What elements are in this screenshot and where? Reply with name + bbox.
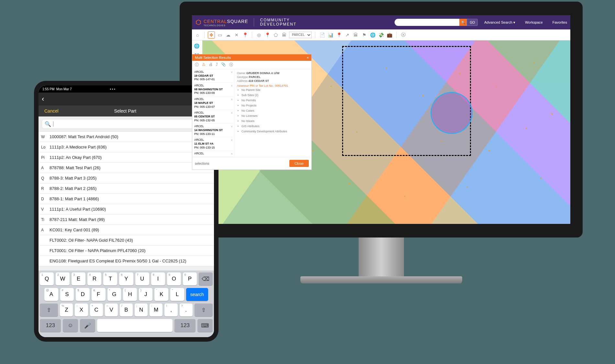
- flag-icon[interactable]: ⚑: [361, 31, 368, 39]
- gis-attributes[interactable]: GIS Attributes: [237, 124, 309, 129]
- send-icon[interactable]: ↗: [344, 31, 351, 39]
- export-icon[interactable]: ⤴: [216, 62, 218, 68]
- advanced-search-link[interactable]: Advanced Search ▾: [484, 20, 515, 25]
- case-icon[interactable]: 💼: [386, 31, 393, 39]
- parcel-item[interactable]: ARCEL×: [192, 151, 234, 157]
- detail-tree-item[interactable]: No Cases: [237, 108, 309, 113]
- key-w[interactable]: W: [56, 272, 70, 285]
- poly-icon[interactable]: ⬠: [272, 31, 279, 39]
- marker-icon[interactable]: 📍: [264, 31, 271, 39]
- cd-attributes[interactable]: Community Development Attributes: [237, 129, 309, 134]
- globe-icon[interactable]: 🌐: [369, 31, 376, 39]
- key-period[interactable]: .: [180, 303, 193, 316]
- key-d[interactable]: D: [76, 288, 90, 301]
- remove-parcel-icon[interactable]: ×: [231, 97, 233, 102]
- part-row[interactable]: Lo1111p3: A Mediocre Part (836): [39, 142, 214, 152]
- key-j[interactable]: J: [139, 288, 153, 301]
- parcel-item[interactable]: ARCEL08 WASHINGTON STPN: 005-133-09×: [192, 83, 234, 96]
- back-icon[interactable]: ‹: [42, 95, 44, 103]
- key-n[interactable]: N: [135, 303, 148, 316]
- building-icon[interactable]: 🏛: [281, 31, 288, 39]
- key-y[interactable]: Y: [119, 272, 133, 285]
- part-row[interactable]: R8788-2: Matt Part 2 (265): [39, 183, 214, 194]
- key-shift-r[interactable]: ⇧: [195, 303, 213, 316]
- key-z[interactable]: Z: [60, 303, 73, 316]
- key-backspace[interactable]: ⌫: [199, 272, 213, 285]
- key-r[interactable]: R: [87, 272, 101, 285]
- parcel-item[interactable]: ARCEL14 WASHINGTON STPN: 005-133-11×: [192, 124, 234, 137]
- key-v[interactable]: V: [105, 303, 118, 316]
- key-f[interactable]: F: [92, 288, 106, 301]
- chart-icon[interactable]: 📊: [327, 31, 334, 39]
- cancel-button[interactable]: Cancel: [44, 108, 59, 114]
- key-123[interactable]: 123: [40, 319, 61, 332]
- parcel-item[interactable]: ARCEL05 CENTER STPN: 005-132-05×: [192, 110, 234, 124]
- part-row[interactable]: W1000087: Matt Test Part Android (50): [39, 132, 214, 142]
- key-mic[interactable]: 🎤: [80, 319, 95, 332]
- detail-tree-item[interactable]: Sub Sites (2): [237, 93, 309, 98]
- remove-parcel-icon[interactable]: ×: [231, 125, 233, 129]
- key-g[interactable]: G: [107, 288, 121, 301]
- target-icon[interactable]: ◎: [255, 31, 263, 39]
- key-l[interactable]: L: [170, 288, 184, 301]
- key-p[interactable]: P: [183, 272, 197, 285]
- go-button[interactable]: GO: [467, 19, 478, 26]
- world-icon[interactable]: 🌐: [193, 42, 200, 50]
- key-h[interactable]: H: [123, 288, 137, 301]
- home-icon[interactable]: ⌂: [194, 31, 201, 39]
- search-icon-button[interactable]: 🔍: [459, 19, 467, 26]
- xfer-icon[interactable]: 💸: [377, 31, 385, 39]
- key-c[interactable]: C: [90, 303, 103, 316]
- pan-tool-icon[interactable]: ✥: [208, 31, 215, 39]
- key-q[interactable]: Q: [40, 272, 54, 285]
- select-rect-icon[interactable]: ▭: [216, 31, 223, 39]
- warn-icon[interactable]: ⚠: [202, 62, 206, 68]
- layer-select[interactable]: PARCEL: [289, 32, 312, 38]
- key-search[interactable]: search: [186, 288, 208, 301]
- key-a[interactable]: A: [44, 288, 58, 301]
- close-x-icon[interactable]: ⓧ: [400, 31, 407, 39]
- parcel-item[interactable]: ARCEL11 ELM ST #APN: 005-133-15×: [192, 137, 234, 151]
- key-space[interactable]: [97, 319, 173, 332]
- remove-parcel-icon[interactable]: ×: [231, 111, 233, 115]
- close-button[interactable]: Close: [289, 160, 309, 167]
- key-dismiss[interactable]: ⌨: [197, 319, 213, 332]
- part-row[interactable]: A878788: Matt Test Part (26): [39, 163, 214, 173]
- part-row[interactable]: Pi1111p2: An Okay Part (670): [39, 152, 214, 163]
- key-s[interactable]: S: [60, 288, 74, 301]
- parcel-item[interactable]: ARCEL19 CEDAR STPN: 005-147-01×: [192, 69, 234, 83]
- detail-tree-item[interactable]: No Licenses: [237, 113, 309, 118]
- key-m[interactable]: M: [150, 303, 162, 316]
- part-row[interactable]: ENG108: Fleetguard ES Compleat EG Premix…: [39, 256, 214, 266]
- part-row[interactable]: D8788-1: Matt Part 1 (4866): [39, 194, 214, 204]
- favorites-link[interactable]: Favorites: [553, 20, 567, 24]
- key-x[interactable]: X: [75, 303, 88, 316]
- part-row[interactable]: FLT0002: Oil Filter- NAPA Gold FIL7620 (…: [39, 235, 214, 246]
- measure-icon[interactable]: ✕: [233, 31, 240, 39]
- info-icon[interactable]: ⓘ: [195, 62, 199, 68]
- detail-tree-item[interactable]: No Issues: [237, 118, 309, 124]
- key-i[interactable]: I: [151, 272, 165, 285]
- part-row[interactable]: AKC001: Key Card 001 (89): [39, 225, 214, 235]
- remove-parcel-icon[interactable]: ×: [231, 84, 233, 88]
- doc-icon[interactable]: 📄: [319, 31, 326, 39]
- part-row[interactable]: Ti8787-211 Matt: Matt Part (99): [39, 215, 214, 225]
- bank-icon[interactable]: 🏛: [352, 31, 359, 39]
- part-row[interactable]: V1111p1: A Useful Part (10690): [39, 204, 214, 215]
- part-row[interactable]: Q8788-3: Matt Part 3 (205): [39, 173, 214, 183]
- key-emoji[interactable]: ☺: [63, 319, 78, 332]
- pin-icon[interactable]: 📍: [241, 31, 249, 39]
- detail-tree-item[interactable]: No Projects: [237, 103, 309, 108]
- key-o[interactable]: O: [167, 272, 181, 285]
- key-b[interactable]: B: [120, 303, 133, 316]
- parcel-item[interactable]: ARCEL18 MAPLE STPN: 005-133-07×: [192, 96, 234, 110]
- part-search-input[interactable]: 🔍: [42, 119, 211, 129]
- layers-icon[interactable]: ☁: [225, 31, 232, 39]
- remove-parcel-icon[interactable]: ×: [231, 152, 233, 156]
- key-123-r[interactable]: 123: [174, 319, 196, 332]
- pin2-icon[interactable]: 📍: [335, 31, 342, 39]
- key-k[interactable]: K: [154, 288, 168, 301]
- dialog-close-icon[interactable]: ×: [307, 56, 309, 60]
- key-u[interactable]: U: [135, 272, 149, 285]
- global-search-input[interactable]: [395, 19, 459, 26]
